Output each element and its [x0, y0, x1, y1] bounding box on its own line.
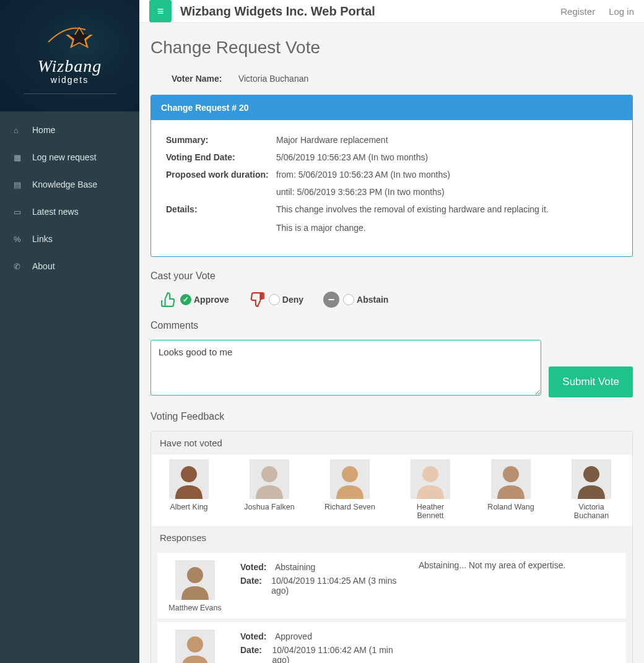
nav: ⌂Home ▦Log new request ▤Knowledge Base ▭… — [0, 111, 139, 285]
comments-input[interactable] — [150, 340, 541, 396]
date-label: Date: — [240, 645, 272, 663]
nav-label: Latest news — [32, 207, 79, 217]
date-value: 10/04/2019 11:06:42 AM (1 min ago) — [272, 645, 401, 663]
avatar — [250, 459, 289, 499]
avatar-cell: Roland Wang — [483, 459, 539, 520]
summary-label: Summary: — [166, 135, 276, 145]
avatar — [175, 630, 215, 663]
voting-end-label: Voting End Date: — [166, 152, 276, 162]
avatar — [572, 459, 611, 499]
vote-approve[interactable]: ✓ Approve — [159, 290, 229, 309]
avatar — [491, 459, 531, 499]
avatar-name: Heather Bennett — [402, 503, 458, 520]
deny-label: Deny — [282, 295, 303, 305]
voting-feedback-title: Voting Feedback — [150, 411, 633, 422]
logo-subtext: widgets — [24, 75, 116, 85]
svg-point-10 — [422, 466, 438, 482]
voted-value: Abstaining — [275, 562, 315, 572]
avatar-cell: Heather Bennett — [402, 459, 458, 520]
comments-title: Comments — [150, 320, 633, 331]
response-row: Voted:ApprovedDate:10/04/2019 11:06:42 A… — [157, 622, 626, 663]
response-row: Matthew EvansVoted:AbstainingDate:10/04/… — [157, 553, 626, 618]
approve-radio[interactable]: ✓ — [180, 294, 191, 305]
logo-star-icon — [24, 17, 116, 56]
date-value: 10/04/2019 11:04:25 AM (3 mins ago) — [271, 576, 401, 596]
svg-point-14 — [583, 466, 599, 482]
voted-label: Voted: — [240, 562, 275, 572]
avatar-name: Joshua Falken — [242, 503, 297, 511]
responses-title: Responses — [151, 526, 632, 549]
vote-deny[interactable]: Deny — [248, 290, 303, 309]
minus-circle-icon: − — [322, 290, 341, 309]
svg-point-18 — [187, 636, 203, 652]
avatar-name: Victoria Buchanan — [564, 503, 619, 520]
thumbs-down-icon — [248, 290, 266, 309]
voted-value: Approved — [275, 631, 312, 641]
submit-vote-button[interactable]: Submit Vote — [549, 366, 633, 397]
nav-links[interactable]: %Links — [0, 225, 139, 253]
avatar — [330, 459, 370, 499]
logo-divider — [24, 93, 116, 94]
nav-log-request[interactable]: ▦Log new request — [0, 144, 139, 171]
main: ≡ Wizbang Widgets Inc. Web Portal Regist… — [139, 0, 644, 663]
summary-value: Major Hardware replacement — [276, 135, 388, 145]
response-comment — [419, 630, 616, 663]
phone-icon: ✆ — [14, 262, 25, 271]
duration-label: Proposed work duration: — [166, 170, 276, 180]
abstain-radio[interactable] — [343, 294, 354, 305]
avatar-name: Roland Wang — [483, 503, 539, 511]
change-request-panel: Change Request # 20 Summary:Major Hardwa… — [150, 95, 633, 257]
nav-about[interactable]: ✆About — [0, 253, 139, 280]
abstain-label: Abstain — [357, 295, 388, 305]
avatar-cell: Joshua Falken — [242, 459, 297, 520]
news-icon: ▭ — [14, 207, 25, 217]
thumbs-up-icon — [159, 290, 178, 309]
nav-label: About — [32, 261, 55, 271]
deny-radio[interactable] — [269, 294, 280, 305]
avatar — [169, 459, 209, 499]
voter-row: Voter Name: Victoria Buchanan — [150, 70, 633, 95]
voter-name-label: Voter Name: — [172, 74, 227, 84]
not-voted-row: Albert KingJoshua FalkenRichard SevenHea… — [151, 454, 632, 526]
svg-point-8 — [342, 466, 358, 482]
avatar — [411, 459, 450, 499]
nav-label: Links — [32, 234, 53, 244]
date-label: Date: — [240, 576, 271, 596]
link-icon: % — [14, 235, 25, 244]
voter-name-value: Victoria Buchanan — [238, 74, 308, 84]
vote-options: ✓ Approve Deny − Abstain — [150, 290, 633, 320]
duration-until: until: 5/06/2019 3:56:23 PM (In two mont… — [276, 187, 445, 197]
response-comment: Abstaining... Not my area of expertise. — [419, 560, 616, 612]
sidebar: Wizbang widgets ⌂Home ▦Log new request ▤… — [0, 0, 139, 663]
grid-icon: ▦ — [14, 153, 25, 162]
nav-latest-news[interactable]: ▭Latest news — [0, 198, 139, 225]
not-voted-title: Have not voted — [151, 431, 632, 454]
voting-end-value: 5/06/2019 10:56:23 AM (In two months) — [276, 152, 428, 162]
nav-label: Log new request — [32, 152, 97, 162]
logo-area: Wizbang widgets — [0, 0, 139, 111]
duration-from: from: 5/06/2019 10:56:23 AM (In two mont… — [276, 170, 450, 180]
vote-abstain[interactable]: − Abstain — [322, 290, 388, 309]
page-title: Change Request Vote — [150, 38, 633, 58]
login-link[interactable]: Log in — [609, 6, 634, 17]
approve-label: Approve — [194, 295, 229, 305]
details-label: Details: — [166, 204, 276, 214]
nav-home[interactable]: ⌂Home — [0, 116, 139, 144]
book-icon: ▤ — [14, 180, 25, 189]
menu-toggle-button[interactable]: ≡ — [149, 0, 172, 22]
responses-list: Matthew EvansVoted:AbstainingDate:10/04/… — [151, 553, 632, 663]
details-value: This change involves the removal of exis… — [276, 204, 549, 241]
logo-text: Wizbang — [24, 56, 116, 76]
avatar — [175, 560, 215, 600]
nav-label: Knowledge Base — [32, 180, 97, 189]
cast-vote-title: Cast your Vote — [150, 271, 633, 282]
svg-rect-2 — [260, 293, 263, 300]
home-icon: ⌂ — [14, 126, 25, 135]
nav-knowledge-base[interactable]: ▤Knowledge Base — [0, 171, 139, 198]
register-link[interactable]: Register — [560, 6, 595, 17]
svg-point-6 — [261, 466, 277, 482]
voted-label: Voted: — [240, 631, 275, 641]
avatar-cell: Richard Seven — [322, 459, 378, 520]
avatar-cell: Victoria Buchanan — [564, 459, 619, 520]
nav-label: Home — [32, 125, 55, 135]
